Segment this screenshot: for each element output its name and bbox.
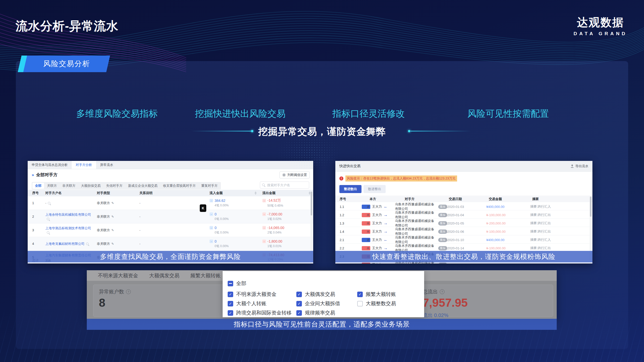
indicator-checkbox[interactable]: 大额整数交易	[357, 300, 421, 307]
scrollbar[interactable]	[310, 191, 312, 261]
sort-icon[interactable]	[252, 192, 257, 195]
indicator-checkbox[interactable]: 频繁大额转账	[357, 291, 421, 298]
self-name: 王大力	[372, 204, 382, 209]
dimmed-tab[interactable]: 不明来源大额资金	[98, 272, 138, 279]
filter-pill[interactable]: 收支重合度较高对手方	[160, 183, 198, 189]
checkbox-icon[interactable]	[228, 292, 233, 297]
left-app-tab[interactable]: 对手方分析	[72, 161, 96, 169]
checkbox-icon[interactable]	[296, 292, 302, 297]
scrollbar-thumb[interactable]	[311, 192, 312, 215]
cell-relation: -	[136, 215, 204, 218]
direction-badge: 进	[362, 205, 370, 209]
direction-badge: 出	[362, 221, 370, 225]
indicator-options: 不明来源大额资金 大额偶发交易 频繁大额转账 大额个人转账	[228, 290, 421, 318]
mode-toggle-button[interactable]: 整进散出	[339, 185, 361, 193]
right-app-titlebar: 快进快出交易 导出流水	[335, 161, 592, 172]
table-row[interactable]: 1.4 出王大力→ 乌鲁木齐西豫盛通机械设备有限公司股东 2020-01-06 …	[335, 227, 592, 235]
left-app-tab[interactable]: 申贷主体与流水总况分析	[28, 161, 72, 169]
flow-arrow-icon: →	[384, 229, 388, 234]
counterparty-name[interactable]: 上海余特包装机械制造有限公司	[45, 213, 91, 216]
search-icon[interactable]	[86, 243, 89, 245]
shareholder-badge: 股东	[438, 238, 447, 242]
table-row[interactable]: 4 上海奇克氟硅材料有限公司 非关联方✎ - →00笔 0.00% →-1,80…	[28, 237, 313, 251]
indicator-checkbox[interactable]: 跨境交易和国际资金转移	[228, 309, 296, 316]
indicator-checkbox-label: 大额整数交易	[366, 300, 396, 307]
search-icon[interactable]	[47, 218, 49, 220]
mode-toggle-button[interactable]: 散进整出	[364, 185, 386, 193]
sort-icon[interactable]	[306, 192, 311, 195]
counterparty-name[interactable]: -	[45, 201, 46, 205]
cell-relation: -	[136, 201, 204, 205]
search-input[interactable]	[260, 182, 309, 189]
cell-no: 1.2	[335, 213, 362, 217]
caption-left: 多维度查找风险交易，全面谨防资金舞弊风险	[28, 251, 313, 262]
table-row[interactable]: 2.1 进王大力← 乌鲁木齐西豫盛通机械设备有限公司股东 2020-01-10 …	[335, 235, 592, 244]
checkbox-icon[interactable]	[296, 301, 302, 306]
counterparty-name[interactable]: 上海华测品标检测技术有限公司	[45, 226, 91, 230]
shareholder-badge: 股东	[438, 246, 447, 250]
filter-pill[interactable]: 关联方	[45, 183, 59, 189]
shareholder-badge: 股东	[438, 221, 447, 225]
outflow-sub: 1笔 0.02%	[262, 217, 313, 221]
edit-icon[interactable]: ✎	[111, 201, 114, 205]
section-ribbon: 风险交易分析	[25, 56, 108, 72]
edit-icon[interactable]: ✎	[111, 215, 114, 218]
inflow-sub: 0笔 0.00%	[210, 231, 259, 235]
question-icon[interactable]: ?	[440, 289, 445, 294]
chevron-right-icon[interactable]: »	[32, 172, 34, 177]
filter-pill[interactable]: 非关联方	[60, 183, 78, 189]
search-icon[interactable]	[47, 231, 49, 234]
indicator-checkbox-label: 规律频率交易	[305, 309, 335, 316]
filter-pill[interactable]: 失信对手方	[104, 183, 125, 189]
table-row[interactable]: 3 上海华测品标检测技术有限公司 非关联方✎ - →00笔 0.00% →-14…	[28, 223, 313, 237]
checkbox-all[interactable]: 全部	[228, 280, 246, 287]
direction-badge: 出	[362, 246, 370, 250]
indicator-checkbox[interactable]: 大额偶发交易	[296, 291, 357, 298]
filter-pill[interactable]: 重复对手方	[199, 183, 220, 189]
checkbox-icon[interactable]	[228, 310, 233, 316]
scrollbar-thumb[interactable]	[590, 197, 591, 217]
indicator-checkbox[interactable]: 企业间大额拆借	[296, 300, 357, 307]
table-row[interactable]: 1.1 进王大力← 乌鲁木齐西豫盛通机械设备有限公司股东 2020-01-03 …	[335, 202, 592, 210]
indicator-checkbox[interactable]: 大额个人转账	[228, 300, 296, 307]
total-outflow-sub: 流出 0.02%	[423, 312, 448, 319]
table-row[interactable]: 1 - 非关联方✎ - →384.624笔 0.00% →-14.52万50笔 …	[28, 196, 313, 210]
cell-amount: ¥-200,000.00	[486, 221, 530, 225]
edit-icon[interactable]: ✎	[111, 242, 114, 246]
filter-pill[interactable]: 新成立企业大额交易	[126, 183, 160, 189]
edit-icon[interactable]: ✎	[111, 229, 114, 232]
export-label: 导出流水	[575, 164, 588, 168]
dimmed-tab[interactable]: 大额偶发交易	[149, 272, 179, 279]
inflow-icon: →	[210, 199, 213, 202]
section-header: » 全部对手方	[32, 172, 57, 178]
flow-arrow-icon: ←	[384, 204, 388, 209]
dimmed-tab[interactable]: 频繁大额转账	[190, 272, 221, 279]
left-app-tab[interactable]: 异常流水	[96, 161, 117, 169]
indicator-checkbox-label: 大额偶发交易	[305, 291, 335, 298]
table-row[interactable]: 2 上海余特包装机械制造有限公司 非关联方✎ - →00笔 0.00% →-7,…	[28, 210, 313, 223]
outflow-icon: →	[262, 212, 266, 216]
checkbox-icon[interactable]	[357, 301, 363, 306]
table-row[interactable]: 1.3 出王大力→ 乌鲁木齐西豫盛通机械设备有限公司股东 2020-01-05 …	[335, 219, 592, 227]
inflow-amount: 0	[215, 226, 217, 230]
filter-pill[interactable]: 大额担保交易	[78, 183, 103, 189]
filter-pill[interactable]: 全部	[32, 183, 44, 189]
section-title: 全部对手方	[36, 172, 57, 178]
col-amount: 交易金额	[489, 197, 502, 201]
table-row[interactable]: 1.2 出王大力→ 乌鲁木齐西豫盛通机械设备有限公司股东 2020-01-04 …	[335, 210, 592, 219]
indeterminate-checkbox-icon[interactable]	[228, 281, 233, 286]
indicator-checkbox[interactable]: 规律频率交易	[296, 309, 357, 316]
export-button[interactable]: 导出流水	[571, 164, 588, 168]
outflow-sub: 50笔 0.45%	[262, 204, 313, 208]
headline-text: 挖掘异常交易，谨防资金舞弊	[258, 126, 386, 137]
checkbox-icon[interactable]	[357, 292, 363, 297]
inflow-sub: 0笔 0.00%	[210, 244, 259, 248]
cell-amount: ¥-100,000.00	[486, 246, 530, 250]
question-icon[interactable]: ?	[126, 289, 131, 294]
search-icon[interactable]	[48, 202, 50, 204]
counterparty-name: 乌鲁木齐西豫盛通机械设备有限公司	[391, 235, 436, 244]
counterparty-name[interactable]: 上海奇克氟硅材料有限公司	[45, 242, 85, 246]
checkbox-icon[interactable]	[228, 301, 233, 306]
indicator-checkbox[interactable]: 不明来源大额资金	[228, 291, 296, 298]
checkbox-icon[interactable]	[296, 310, 302, 316]
